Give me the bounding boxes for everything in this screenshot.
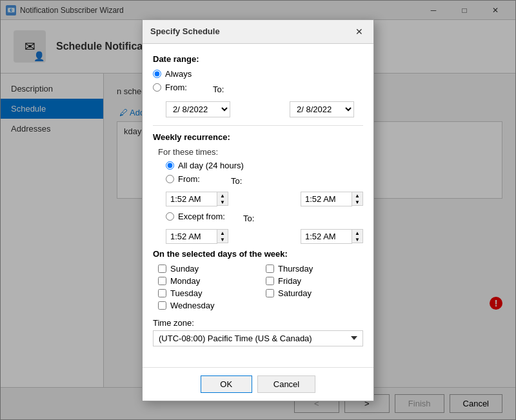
from-date-select[interactable]: 2/ 8/2022 (166, 101, 230, 117)
saturday-label[interactable]: Saturday (278, 288, 312, 298)
dialog-titlebar: Specify Schedule ✕ (143, 20, 373, 44)
wednesday-row: Wednesday (158, 301, 363, 310)
tuesday-label[interactable]: Tuesday (170, 288, 202, 298)
dialog-close-button[interactable]: ✕ (353, 25, 366, 38)
timezone-select[interactable]: (UTC-08:00) Pacific Time (US & Canada) (153, 330, 363, 346)
except-to-label: To: (243, 214, 254, 223)
dialog-cancel-button[interactable]: Cancel (257, 375, 315, 393)
sunday-checkbox[interactable] (158, 265, 166, 273)
except-from-input-group: ▲ ▼ (166, 229, 228, 244)
from-radio-row: From: (153, 83, 187, 92)
time-to-spin-down[interactable]: ▼ (352, 199, 362, 205)
monday-checkbox[interactable] (158, 277, 166, 285)
monday-label[interactable]: Monday (170, 276, 200, 286)
time-from-spin-up[interactable]: ▲ (217, 192, 228, 199)
ok-button[interactable]: OK (201, 375, 252, 393)
except-to-spinner: ▲ ▼ (352, 229, 363, 243)
for-these-times-label: For these times: (158, 147, 363, 157)
time-from-label[interactable]: From: (178, 174, 200, 184)
time-from-radio-row: From: (166, 174, 200, 184)
from-date-group: 2/ 8/2022 (166, 101, 230, 117)
time-from-input[interactable] (166, 192, 217, 206)
except-from-spin-up[interactable]: ▲ (217, 230, 228, 236)
allday-label[interactable]: All day (24 hours) (178, 161, 244, 170)
time-from-spin-down[interactable]: ▼ (217, 199, 228, 205)
weekly-recurrence-section: Weekly recurrence: For these times: All … (153, 132, 363, 244)
time-to-spinner: ▲ ▼ (352, 192, 363, 206)
time-from-input-group: ▲ ▼ (166, 192, 228, 206)
friday-checkbox[interactable] (266, 277, 274, 285)
saturday-checkbox[interactable] (266, 289, 274, 297)
divider-1 (153, 125, 363, 126)
thursday-row: Thursday (266, 264, 363, 274)
thursday-label[interactable]: Thursday (278, 264, 313, 274)
always-radio-row: Always (153, 69, 363, 79)
friday-row: Friday (266, 276, 363, 286)
always-label[interactable]: Always (165, 69, 192, 79)
time-from-radio[interactable] (166, 175, 174, 183)
except-to-input[interactable] (301, 229, 352, 244)
except-from-input[interactable] (166, 229, 217, 244)
time-to-input[interactable] (301, 192, 352, 206)
saturday-row: Saturday (266, 288, 363, 298)
from-label[interactable]: From: (165, 83, 187, 92)
sunday-label[interactable]: Sunday (170, 264, 199, 274)
days-section-label: On the selected days of the week: (153, 249, 363, 259)
tuesday-checkbox[interactable] (158, 289, 166, 297)
time-to-spin-up[interactable]: ▲ (352, 192, 362, 199)
allday-radio-row: All day (24 hours) (166, 161, 363, 170)
wednesday-checkbox[interactable] (158, 301, 166, 310)
time-from-row: ▲ ▼ ▲ ▼ (166, 192, 363, 206)
always-radio[interactable] (153, 70, 161, 78)
time-to-input-group: ▲ ▼ (301, 192, 363, 206)
except-time-row: ▲ ▼ ▲ ▼ (166, 229, 363, 244)
except-radio-row: Except from: (166, 212, 225, 221)
date-range-label: Date range: (153, 54, 363, 64)
monday-row: Monday (158, 276, 255, 286)
specify-schedule-dialog: Specify Schedule ✕ Date range: Always Fr… (142, 19, 374, 401)
to-label: To: (213, 85, 224, 94)
dialog-footer: OK Cancel (143, 367, 373, 401)
to-date-select[interactable]: 2/ 8/2022 (290, 101, 354, 117)
except-to-spin-up[interactable]: ▲ (352, 230, 362, 236)
except-label[interactable]: Except from: (178, 212, 225, 221)
time-to-label: To: (231, 176, 242, 186)
except-to-spin-down[interactable]: ▼ (352, 236, 362, 243)
except-radio[interactable] (166, 212, 174, 221)
except-from-spinner: ▲ ▼ (217, 229, 228, 243)
allday-radio[interactable] (166, 161, 174, 170)
tuesday-row: Tuesday (158, 288, 255, 298)
wednesday-label[interactable]: Wednesday (170, 301, 214, 310)
timezone-label: Time zone: (153, 318, 363, 328)
days-of-week-section: On the selected days of the week: Sunday… (153, 249, 363, 310)
weekly-recurrence-label: Weekly recurrence: (153, 132, 363, 142)
dialog-body: Date range: Always From: To: 2/ 8/2022 (143, 44, 373, 367)
dialog-overlay: Specify Schedule ✕ Date range: Always Fr… (0, 0, 516, 420)
date-row: 2/ 8/2022 2/ 8/2022 (166, 101, 363, 117)
friday-label[interactable]: Friday (278, 276, 301, 286)
timezone-section: Time zone: (UTC-08:00) Pacific Time (US … (153, 318, 363, 346)
from-radio[interactable] (153, 83, 161, 92)
dialog-title: Specify Schedule (150, 26, 220, 36)
except-to-input-group: ▲ ▼ (301, 229, 363, 244)
except-from-spin-down[interactable]: ▼ (217, 236, 228, 243)
thursday-checkbox[interactable] (266, 265, 274, 273)
sunday-row: Sunday (158, 264, 255, 274)
time-from-spinner: ▲ ▼ (217, 192, 228, 206)
days-grid: Sunday Thursday Monday Friday (158, 264, 363, 298)
to-date-group: 2/ 8/2022 (290, 101, 354, 117)
